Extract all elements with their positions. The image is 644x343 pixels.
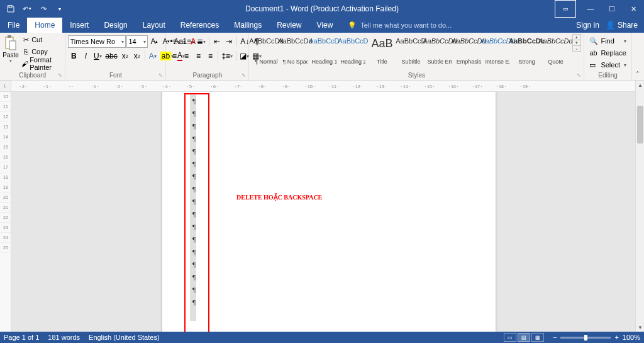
collapse-ribbon-button[interactable]: ˄ xyxy=(632,33,644,80)
read-mode-button[interactable]: ▭ xyxy=(504,333,516,342)
font-launcher-icon[interactable]: ⤡ xyxy=(158,71,163,80)
page[interactable]: DELETE HOẶC BACKSPACE xyxy=(162,92,496,332)
qat-customize-icon[interactable]: ▾ xyxy=(53,2,67,16)
justify-button[interactable]: ≡ xyxy=(204,50,216,62)
find-icon: 🔍 xyxy=(589,37,598,45)
font-name-value: Times New Ro xyxy=(70,38,115,45)
increase-indent-button[interactable]: ⇥ xyxy=(223,35,235,48)
superscript-button[interactable]: x2 xyxy=(131,50,143,62)
tell-me-search[interactable]: 💡 Tell me what you want to do... xyxy=(340,18,570,33)
scrollbar-thumb[interactable] xyxy=(637,106,643,143)
multilevel-list-button[interactable]: ≣▾ xyxy=(196,35,207,48)
zoom-in-button[interactable]: + xyxy=(614,334,618,341)
scroll-down-icon[interactable]: ▼ xyxy=(636,323,644,332)
tab-review[interactable]: Review xyxy=(269,18,309,33)
shading-button[interactable]: ◪▾ xyxy=(238,50,250,62)
underline-button[interactable]: U▾ xyxy=(92,50,103,62)
word-count[interactable]: 181 words xyxy=(48,334,80,341)
redo-button[interactable]: ↷ xyxy=(36,2,50,16)
find-button[interactable]: 🔍Find▾ xyxy=(587,35,628,47)
tab-home[interactable]: Home xyxy=(27,18,62,33)
align-right-button[interactable]: ≡ xyxy=(192,50,204,62)
style-item-quote[interactable]: AaBbCcDdQuote xyxy=(541,34,570,67)
tab-insert[interactable]: Insert xyxy=(62,18,96,33)
ribbon-display-options-icon[interactable]: ▭ xyxy=(555,0,576,18)
style-item--no-spac-[interactable]: AaBbCcDd¶ No Spac... xyxy=(280,34,309,67)
share-icon: 👤 xyxy=(606,21,615,30)
group-clipboard: Paste ▾ ✂Cut ⎘Copy 🖌Format Painter Clipb… xyxy=(0,33,65,80)
zoom-level[interactable]: 100% xyxy=(623,334,640,341)
style-item-strong[interactable]: AaBbCcDcStrong xyxy=(512,34,541,67)
align-left-button[interactable]: ≡ xyxy=(169,50,180,62)
select-button[interactable]: ▭Select▾ xyxy=(587,59,628,70)
style-item-subtitle[interactable]: AaBbCcDSubtitle xyxy=(396,34,425,67)
document-area[interactable]: DELETE HOẶC BACKSPACE xyxy=(11,92,635,332)
line-spacing-button[interactable]: ‡≡▾ xyxy=(220,50,234,62)
paste-button[interactable]: Paste ▾ xyxy=(3,34,19,64)
text-effects-button[interactable]: A▾ xyxy=(147,50,158,62)
tab-view[interactable]: View xyxy=(309,18,341,33)
scroll-up-icon[interactable]: ▲ xyxy=(636,81,644,89)
tab-references[interactable]: References xyxy=(173,18,226,33)
vertical-ruler[interactable]: L 10111213141516171819202122232425 xyxy=(0,81,11,332)
share-button[interactable]: 👤 Share xyxy=(606,21,638,30)
bold-button[interactable]: B xyxy=(68,50,79,62)
select-label: Select xyxy=(601,61,620,69)
maximize-button[interactable]: ☐ xyxy=(601,0,623,18)
tab-layout[interactable]: Layout xyxy=(135,18,173,33)
title-bar: ↶▾ ↷ ▾ Document1 - Word (Product Activat… xyxy=(0,0,644,18)
language-indicator[interactable]: English (United States) xyxy=(89,334,160,341)
sign-in-link[interactable]: Sign in xyxy=(576,21,599,30)
styles-launcher-icon[interactable]: ⤡ xyxy=(577,71,581,80)
share-label: Share xyxy=(618,21,638,30)
page-indicator[interactable]: Page 1 of 1 xyxy=(4,334,39,341)
horizontal-ruler[interactable]: · 2 ·· 1 ·· ·· 1 ·· 2 ·· 3 ·· 4 ·· 5 ·· … xyxy=(11,81,635,92)
find-label: Find xyxy=(601,37,614,45)
style-item-intense-e-[interactable]: AaBbCcDdIntense E... xyxy=(483,34,512,67)
vertical-scrollbar[interactable]: ▲ ▼ xyxy=(635,81,644,332)
close-button[interactable]: ✕ xyxy=(623,0,644,18)
view-buttons: ▭ ▤ ▦ xyxy=(504,333,544,342)
align-center-button[interactable]: ≡ xyxy=(180,50,192,62)
zoom-out-button[interactable]: − xyxy=(553,334,557,341)
save-icon[interactable] xyxy=(4,2,18,16)
decrease-indent-button[interactable]: ⇤ xyxy=(211,35,223,48)
svg-rect-0 xyxy=(9,6,12,8)
paragraph-marks xyxy=(192,97,200,311)
window-controls: ▭ — ☐ ✕ xyxy=(555,0,644,18)
subscript-button[interactable]: x2 xyxy=(119,50,131,62)
numbering-button[interactable]: 1≡▾ xyxy=(182,35,196,48)
print-layout-button[interactable]: ▤ xyxy=(518,333,530,342)
paste-label: Paste xyxy=(3,52,19,59)
zoom-slider-knob[interactable] xyxy=(584,335,587,340)
tab-mailings[interactable]: Mailings xyxy=(226,18,269,33)
strikethrough-button[interactable]: abc xyxy=(104,50,118,62)
font-size-value: 14 xyxy=(128,38,136,45)
cut-button[interactable]: ✂Cut xyxy=(20,34,62,45)
tab-file[interactable]: File xyxy=(0,18,27,33)
zoom-slider[interactable] xyxy=(560,337,611,339)
replace-button[interactable]: abReplace xyxy=(587,47,628,59)
grow-font-button[interactable]: A▴ xyxy=(148,35,160,48)
paragraph-launcher-icon[interactable]: ⤡ xyxy=(242,71,246,80)
italic-button[interactable]: I xyxy=(80,50,91,62)
style-preview: AaBbCcDd xyxy=(278,37,312,45)
style-item-title[interactable]: AaBTitle xyxy=(367,34,396,67)
web-layout-button[interactable]: ▦ xyxy=(531,333,544,342)
style-item-subtle-em-[interactable]: AaBbCcDdSubtle Em... xyxy=(425,34,454,67)
format-painter-button[interactable]: 🖌Format Painter xyxy=(20,58,62,69)
style-item-emphasis[interactable]: AaBbCcDdEmphasis xyxy=(454,34,483,67)
style-item-heading-2[interactable]: AaBbCcDHeading 2 xyxy=(338,34,367,67)
style-item-heading-1[interactable]: AaBbCcDHeading 1 xyxy=(309,34,338,67)
style-item--normal[interactable]: AaBbCcDd¶ Normal xyxy=(252,34,280,67)
minimize-button[interactable]: — xyxy=(580,0,601,18)
replace-label: Replace xyxy=(601,49,626,57)
bullets-button[interactable]: •≡▾ xyxy=(169,35,180,48)
font-name-combo[interactable]: Times New Ro▾ xyxy=(68,35,126,48)
tab-design[interactable]: Design xyxy=(96,18,135,33)
undo-button[interactable]: ↶▾ xyxy=(20,2,34,16)
clipboard-launcher-icon[interactable]: ⤡ xyxy=(58,71,62,80)
tab-selector-icon[interactable]: L xyxy=(0,81,11,92)
styles-gallery-more[interactable]: ▴▾⌄ xyxy=(572,34,581,52)
font-size-combo[interactable]: 14▾ xyxy=(126,35,148,48)
